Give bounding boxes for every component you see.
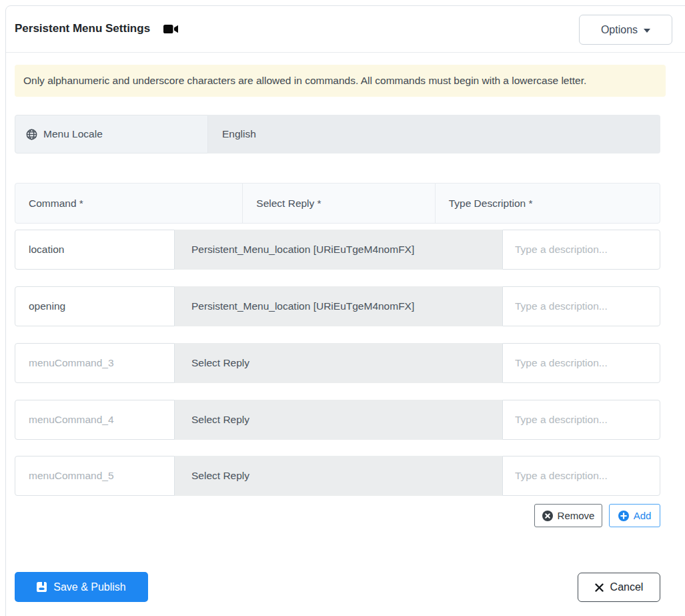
command-input-5[interactable] [15, 456, 175, 496]
persistent-menu-settings-page: Persistent Menu Settings Options Only al… [0, 0, 685, 616]
select-reply-5[interactable]: Select Reply [175, 456, 502, 496]
times-circle-icon [542, 511, 553, 521]
save-publish-button[interactable]: Save & Publish [15, 572, 148, 602]
header-divider [6, 52, 685, 53]
globe-icon [26, 129, 37, 140]
column-header-type-description: Type Description * [435, 184, 660, 223]
description-input-1[interactable] [502, 230, 660, 270]
column-header-select-reply: Select Reply * [242, 184, 434, 223]
cancel-button[interactable]: Cancel [578, 573, 660, 602]
remove-button[interactable]: Remove [534, 504, 602, 527]
description-input-2[interactable] [502, 286, 660, 326]
warning-banner: Only alphanumeric and underscore charact… [15, 65, 666, 97]
add-button[interactable]: Add [609, 504, 660, 527]
table-header: Command * Select Reply * Type Descriptio… [15, 183, 660, 224]
card-header: Persistent Menu Settings [15, 5, 179, 52]
select-reply-2[interactable]: Persistent_Menu_location [URiEuTgeM4nomF… [175, 286, 502, 326]
description-input-5[interactable] [502, 456, 660, 496]
command-input-2[interactable] [15, 286, 175, 326]
video-camera-icon [163, 23, 179, 35]
description-input-4[interactable] [502, 400, 660, 440]
command-input-3[interactable] [15, 343, 175, 383]
select-reply-4[interactable]: Select Reply [175, 400, 502, 440]
close-icon [595, 583, 604, 592]
command-input-4[interactable] [15, 400, 175, 440]
page-title: Persistent Menu Settings [15, 22, 150, 35]
warning-text: Only alphanumeric and underscore charact… [23, 75, 586, 87]
plus-circle-icon [618, 511, 629, 521]
save-icon [37, 582, 47, 592]
menu-locale-value[interactable]: English [208, 115, 660, 153]
chevron-down-icon [644, 29, 650, 33]
description-input-3[interactable] [502, 343, 660, 383]
column-header-command: Command * [15, 184, 242, 223]
options-button[interactable]: Options [579, 15, 672, 45]
menu-locale-label: Menu Locale [15, 115, 208, 153]
select-reply-3[interactable]: Select Reply [175, 343, 502, 383]
command-input-1[interactable] [15, 230, 175, 270]
select-reply-1[interactable]: Persistent_Menu_location [URiEuTgeM4nomF… [175, 230, 502, 270]
